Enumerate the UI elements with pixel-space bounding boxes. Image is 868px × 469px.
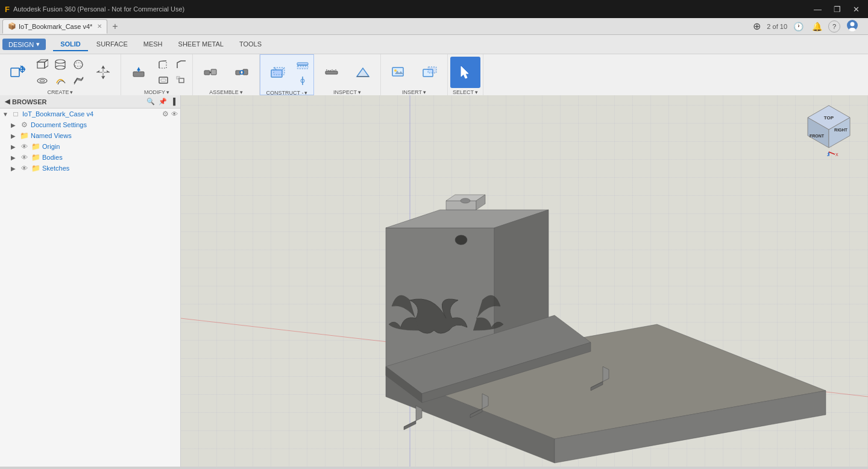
decal-button[interactable]: [415, 57, 445, 88]
tree-origin-visibility[interactable]: 👁: [19, 143, 29, 150]
shell-button[interactable]: [155, 73, 172, 87]
title-bar: F Autodesk Fusion 360 (Personal - Not fo…: [0, 0, 868, 18]
tab-solid[interactable]: SOLID: [53, 38, 88, 51]
insert-buttons: [383, 57, 445, 88]
move-button[interactable]: [88, 57, 118, 88]
svg-rect-50: [326, 71, 338, 74]
tree-bodies-visibility[interactable]: 👁: [19, 154, 29, 161]
create-box-button[interactable]: [34, 57, 51, 72]
view-cube[interactable]: TOP FRONT RIGHT Z X: [802, 102, 844, 145]
restore-button[interactable]: ❐: [830, 4, 844, 15]
assemble-label[interactable]: ASSEMBLE ▾: [195, 88, 257, 95]
browser-collapse-icon[interactable]: ◀: [5, 98, 10, 105]
insert-image-button[interactable]: [383, 57, 414, 88]
tree-sketches[interactable]: ▶ 👁 📁 Sketches: [0, 163, 180, 174]
browser-search-icon[interactable]: 🔍: [146, 98, 155, 105]
browser-expand-icon[interactable]: ▐: [171, 98, 175, 105]
tab-sheet-metal[interactable]: SHEET METAL: [171, 38, 231, 51]
svg-rect-63: [428, 67, 436, 73]
bell-icon[interactable]: 🔔: [810, 20, 825, 33]
tab-filename: IoT_Bookmark_Case v4*: [19, 23, 92, 30]
fillet-button[interactable]: [155, 57, 172, 72]
press-pull-button[interactable]: [124, 57, 154, 88]
browser-header: ◀ BROWSER 🔍 📌 ▐: [0, 95, 180, 109]
svg-text:RIGHT: RIGHT: [834, 128, 848, 132]
ribbon-tabs: SOLID SURFACE MESH SHEET METAL TOOLS: [53, 38, 269, 51]
close-button[interactable]: ✕: [849, 4, 863, 15]
offset-plane-button[interactable]: [263, 57, 293, 89]
title-bar-left: F Autodesk Fusion 360 (Personal - Not fo…: [5, 5, 184, 14]
joint-button[interactable]: [195, 57, 225, 88]
help-icon[interactable]: ?: [828, 20, 840, 33]
tree-sketches-visibility[interactable]: 👁: [19, 165, 29, 172]
construct-label[interactable]: CONSTRUCT - ▾: [263, 89, 311, 95]
tree-bodies-label: Bodies: [42, 154, 178, 161]
tree-sketches-arrow: ▶: [11, 165, 19, 172]
select-label[interactable]: SELECT ▾: [450, 88, 480, 95]
account-icon[interactable]: [844, 18, 861, 34]
chamfer-button[interactable]: [173, 57, 190, 72]
minimize-button[interactable]: —: [810, 4, 825, 15]
svg-marker-57: [357, 68, 369, 77]
add-tab-icon[interactable]: ⊕: [750, 19, 763, 33]
assemble-buttons: [195, 57, 257, 88]
tree-sketches-label: Sketches: [42, 165, 178, 172]
viewport[interactable]: TOP FRONT RIGHT Z X: [181, 95, 868, 467]
as-built-joint-button[interactable]: [227, 57, 257, 88]
group-construct: CONSTRUCT - ▾: [260, 54, 314, 95]
new-tab-button[interactable]: +: [108, 21, 121, 32]
new-component-button[interactable]: +: [2, 57, 33, 88]
workspace-selector[interactable]: DESIGN ▾: [2, 39, 46, 50]
create-torus-button[interactable]: [34, 73, 51, 87]
tab-tools[interactable]: TOOLS: [232, 38, 269, 51]
create-label[interactable]: CREATE ▾: [2, 88, 118, 95]
title-bar-text: Autodesk Fusion 360 (Personal - Not for …: [13, 5, 184, 13]
measure-button[interactable]: [316, 57, 347, 88]
midplane-button[interactable]: [294, 58, 311, 72]
tree-named-views[interactable]: ▶ 📁 Named Views: [0, 130, 180, 141]
svg-marker-28: [137, 67, 140, 71]
tree-doc-settings-label: Document Settings: [31, 121, 178, 128]
svg-point-18: [74, 63, 83, 66]
group-select: SELECT ▾: [448, 54, 483, 95]
clock-icon[interactable]: 🕐: [791, 20, 806, 33]
create-cylinder-button[interactable]: [52, 57, 69, 72]
svg-marker-64: [461, 66, 468, 78]
svg-marker-24: [104, 71, 110, 72]
tree-doc-settings[interactable]: ▶ ⚙ Document Settings: [0, 119, 180, 130]
inspect-buttons: [316, 57, 378, 88]
tree-origin-arrow: ▶: [11, 143, 19, 150]
tab-mesh[interactable]: MESH: [136, 38, 170, 51]
modify-label[interactable]: MODIFY ▾: [124, 88, 190, 95]
tree-origin[interactable]: ▶ 👁 📁 Origin: [0, 141, 180, 152]
inspect-label[interactable]: INSPECT ▾: [316, 88, 378, 95]
create-pipe-button[interactable]: [70, 73, 87, 87]
create-coil-button[interactable]: [52, 73, 69, 87]
tree-root-eye-icon[interactable]: 👁: [171, 110, 178, 118]
tree-root-item[interactable]: ▼ □ IoT_Bookmark_Case v4 ⚙ 👁: [0, 109, 180, 119]
svg-point-16: [55, 66, 65, 69]
construct-buttons: [263, 57, 311, 89]
section-analysis-button[interactable]: [348, 57, 378, 88]
tree-root-settings-icon[interactable]: ⚙: [162, 110, 169, 118]
active-tab[interactable]: 📦 IoT_Bookmark_Case v4* ✕: [2, 19, 107, 34]
svg-marker-11: [37, 60, 48, 62]
scale-button[interactable]: [173, 73, 190, 87]
svg-text:FRONT: FRONT: [810, 134, 825, 138]
tree-bodies[interactable]: ▶ 👁 📁 Bodies: [0, 152, 180, 163]
tab-close-button[interactable]: ✕: [97, 23, 102, 30]
modify-buttons: [124, 57, 190, 88]
sidebar: ◀ BROWSER 🔍 📌 ▐ ▼ □ IoT_Bookmark_Case v4…: [0, 95, 181, 467]
tree-bodies-icon: 📁: [31, 153, 40, 162]
insert-label[interactable]: INSERT ▾: [383, 88, 445, 95]
tab-bar: 📦 IoT_Bookmark_Case v4* ✕ + ⊕ 2 of 10 🕐 …: [0, 18, 868, 35]
svg-marker-21: [103, 66, 105, 72]
svg-rect-9: [37, 62, 45, 68]
group-insert: INSERT ▾: [381, 54, 448, 95]
tab-surface[interactable]: SURFACE: [89, 38, 135, 51]
axis-button[interactable]: [294, 74, 311, 88]
select-button[interactable]: [450, 57, 480, 88]
group-inspect: INSPECT ▾: [314, 54, 381, 95]
create-sphere-button[interactable]: [70, 57, 87, 72]
browser-pin-icon[interactable]: 📌: [159, 98, 167, 105]
